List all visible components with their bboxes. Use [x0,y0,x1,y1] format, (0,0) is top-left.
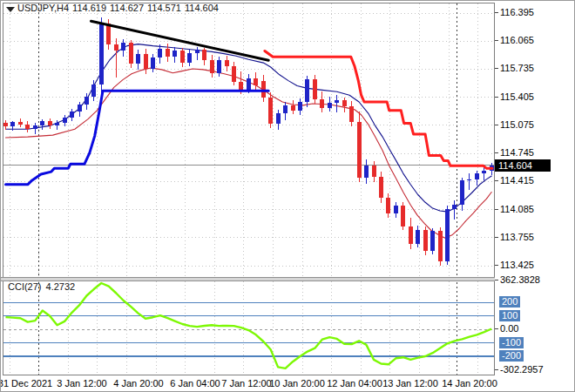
chart-title: USDJPY,H4114.619114.627114.571114.604 [17,3,222,15]
cci-name: CCI(27) [8,281,42,292]
symbol-dropdown-icon[interactable] [6,7,15,12]
current-price-badge: 114.604 [495,159,551,172]
time-tick-label: 31 Dec 2021 [0,378,52,389]
time-tick-label: 4 Jan 20:00 [113,378,164,389]
price-tick-label: 114.085 [500,204,534,214]
time-tick-label: 3 Jan 12:00 [57,378,107,389]
cci-level-badge: 200 [499,296,520,308]
price-tick-label: 114.745 [500,147,534,158]
price-tick-label: 115.075 [500,119,534,130]
time-axis[interactable]: 31 Dec 20213 Jan 12:004 Jan 20:006 Jan 0… [1,375,574,391]
price-axis[interactable]: 116.395116.065115.735115.405115.075114.7… [495,1,574,375]
cci-level-badge: -200 [499,350,524,362]
close-value: 114.604 [185,3,219,13]
open-value: 114.619 [72,3,106,13]
price-tick-label: 113.755 [500,232,534,242]
cci-value: 4.2732 [46,281,76,292]
price-tick-label: 114.415 [500,175,534,186]
time-tick-label: 6 Jan 04:00 [170,378,220,389]
time-tick-label: 12 Jan 04:00 [327,378,382,389]
cci-min-label: -302.2957 [500,364,544,375]
symbol-label: USDJPY,H4 [17,3,69,13]
time-tick-label: 7 Jan 12:00 [221,378,272,389]
time-tick-label: 14 Jan 20:00 [442,378,497,389]
low-value: 114.571 [147,3,181,13]
cci-zero-label: 0.00 [500,323,518,334]
main-chart-canvas[interactable] [1,1,495,375]
cci-max-label: 362.3828 [500,274,540,285]
price-tick-label: 115.405 [500,91,534,102]
price-tick-label: 116.065 [500,35,534,45]
time-tick-label: 10 Jan 20:00 [269,378,325,389]
price-tick-label: 116.395 [500,7,534,17]
cci-indicator-label: CCI(27)4.2732 [8,281,79,292]
price-tick-label: 113.425 [500,260,534,270]
chart-window: USDJPY,H4114.619114.627114.571114.604 CC… [0,0,575,392]
cci-level-badge: -100 [499,337,524,348]
high-value: 114.627 [110,3,144,13]
time-tick-label: 13 Jan 12:00 [382,378,438,389]
cci-level-badge: 100 [499,310,520,321]
price-tick-label: 115.735 [500,63,534,73]
